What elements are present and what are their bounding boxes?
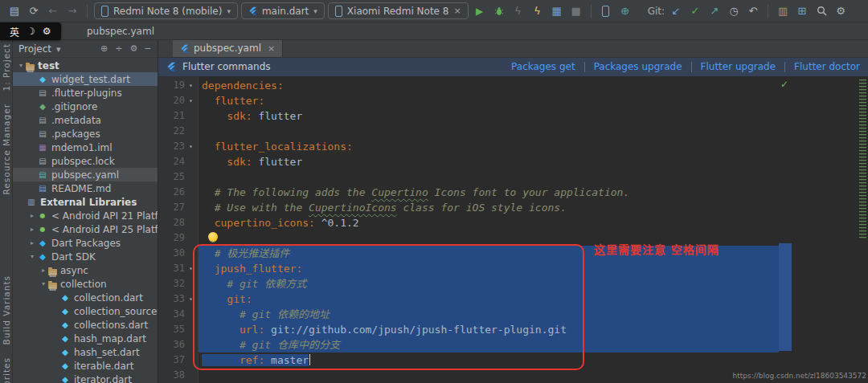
banner-action-flutter-upgrade[interactable]: Flutter upgrade xyxy=(701,61,776,72)
code-editor[interactable]: 19▾20▾212223▾2425262728293031▾3233▾34353… xyxy=(158,76,868,383)
toolbox-icon[interactable]: ▥ xyxy=(775,3,791,19)
code-line-33[interactable]: git: xyxy=(199,291,779,307)
git-push-icon[interactable]: ↗ xyxy=(706,3,723,19)
expanded-arrow-icon[interactable]: ▾ xyxy=(39,280,48,287)
collapsed-arrow-icon[interactable]: ▸ xyxy=(27,212,37,219)
code-line-23[interactable]: flutter_localizations: xyxy=(199,139,779,154)
code-line-26[interactable]: # The following adds the Cupertino Icons… xyxy=(199,185,779,200)
device-inspector-dropdown[interactable]: Xiaomi Redmi Note 8 × xyxy=(328,2,469,19)
fold-marker-icon[interactable]: ▾ xyxy=(189,78,198,93)
tree-item-external-libraries[interactable]: ▥External Libraries xyxy=(13,195,158,209)
debug-button[interactable] xyxy=(491,3,507,19)
fold-marker-icon[interactable]: ▾ xyxy=(189,291,198,307)
layout-icon[interactable]: ⊞ xyxy=(794,3,810,19)
fold-marker-icon[interactable]: ▾ xyxy=(189,261,198,276)
scrollbar-rail[interactable]: ✓ xyxy=(779,76,792,383)
code-line-22[interactable] xyxy=(199,124,779,139)
minimap[interactable] xyxy=(792,76,868,383)
tree-item-mdemo1-iml[interactable]: ▦mdemo1.iml xyxy=(13,141,158,154)
tool-window-button-favorites[interactable]: Favorites xyxy=(2,357,11,383)
device-manager-icon[interactable] xyxy=(598,3,614,19)
code-line-27[interactable]: # Use with the CupertinoIcons class for … xyxy=(199,200,779,215)
ime-toolbar[interactable]: 英 ☽ ⚙ xyxy=(0,22,61,40)
tree-item-collection-sources[interactable]: ◆collection_sources. xyxy=(13,304,158,318)
run-config-dropdown[interactable]: main.dart ▾ xyxy=(241,2,325,19)
tree-item-android-api-21-platform[interactable]: ▸●< Android API 21 Platform xyxy=(13,209,158,222)
tree-item-pubspec-lock[interactable]: ▤pubspec.lock xyxy=(13,154,158,168)
ime-language-indicator[interactable]: 英 xyxy=(10,25,19,39)
code-line-31[interactable]: jpush_flutter: xyxy=(199,261,779,276)
tree-item-flutter-plugins[interactable]: ▤.flutter-plugins xyxy=(13,86,158,100)
code-line-38[interactable] xyxy=(199,368,779,383)
code-line-37[interactable]: ref: master xyxy=(199,352,779,368)
tree-item-collections-dart[interactable]: ◆collections.dart xyxy=(13,318,158,332)
save-all-icon[interactable]: ▤ xyxy=(6,3,23,19)
collapsed-arrow-icon[interactable]: ▸ xyxy=(27,239,37,247)
tool-window-button-build-variants[interactable]: Build Variants xyxy=(2,275,11,344)
forward-icon[interactable]: → xyxy=(64,3,80,19)
tree-item-test[interactable]: ▾▤test xyxy=(13,59,158,72)
code-line-32[interactable]: # git 依赖方式 xyxy=(199,276,779,291)
code-line-34[interactable]: # git 依赖的地址 xyxy=(199,307,779,322)
code-line-19[interactable]: dependencies: xyxy=(199,78,779,93)
tree-item-readme-md[interactable]: ▤README.md xyxy=(13,181,158,195)
panel-settings-icon[interactable]: ⚙ xyxy=(129,43,140,54)
ime-gear-icon[interactable]: ⚙ xyxy=(43,26,51,37)
tree-item-android-api-25-platform[interactable]: ▸●< Android API 25 Platform xyxy=(13,222,158,236)
code-line-36[interactable]: # git 仓库中的分支 xyxy=(199,337,779,352)
tool-window-button-1-project[interactable]: 1: Project xyxy=(2,43,11,91)
flutter-attach-icon[interactable]: ϟ xyxy=(510,3,526,19)
tree-item-dart-sdk[interactable]: ▾◆Dart SDK xyxy=(13,250,158,263)
code-line-25[interactable] xyxy=(199,169,779,185)
expanded-arrow-icon[interactable]: ▾ xyxy=(16,62,26,69)
code-line-20[interactable]: flutter: xyxy=(199,93,779,108)
tree-item-hash-map-dart[interactable]: ◆hash_map.dart xyxy=(13,332,158,345)
tree-item-async[interactable]: ▸▤async xyxy=(13,263,158,277)
git-commit-icon[interactable]: ✓ xyxy=(687,3,703,19)
tree-item-pubspec-yaml[interactable]: ▤pubspec.yaml xyxy=(13,168,158,181)
device-selector-dropdown[interactable]: Redmi Note 8 (mobile) ▾ xyxy=(94,2,238,19)
banner-action-flutter-doctor[interactable]: Flutter doctor xyxy=(794,61,860,72)
tree-item-collection[interactable]: ▾▤collection xyxy=(13,277,158,291)
tool-window-button-resource-manager[interactable]: Resource Manager xyxy=(2,104,11,195)
settings-gear-icon[interactable]: ⚙ xyxy=(833,3,849,19)
project-view-selector[interactable]: Project ▾ xyxy=(18,43,62,55)
tree-item-hash-set-dart[interactable]: ◆hash_set.dart xyxy=(13,345,158,359)
code-line-35[interactable]: url: git://github.com/jpush/jpush-flutte… xyxy=(199,322,779,337)
add-device-icon[interactable]: ⊕ xyxy=(617,3,633,19)
git-update-icon[interactable]: ↙ xyxy=(668,3,684,19)
tree-item-collection-dart[interactable]: ◆collection.dart xyxy=(13,291,158,304)
history-icon[interactable]: ◷ xyxy=(726,3,742,19)
collapse-all-icon[interactable]: ÷ xyxy=(113,43,124,54)
fold-marker-icon[interactable]: ▾ xyxy=(189,93,198,108)
banner-action-packages-upgrade[interactable]: Packages upgrade xyxy=(594,61,682,72)
code-line-28[interactable]: cupertino_icons: ^0.1.2 xyxy=(199,215,779,230)
back-icon[interactable]: ← xyxy=(45,3,61,19)
devtools-icon[interactable]: ▦ xyxy=(549,3,565,19)
collapsed-arrow-icon[interactable]: ▸ xyxy=(27,226,37,233)
search-icon[interactable] xyxy=(813,3,829,19)
sync-icon[interactable]: ⟳ xyxy=(26,3,42,19)
moon-icon[interactable]: ☽ xyxy=(27,26,35,37)
close-icon[interactable]: × xyxy=(453,6,461,16)
hide-panel-icon[interactable]: ─ xyxy=(143,43,152,54)
tree-item-metadata[interactable]: ▤.metadata xyxy=(13,113,158,127)
locate-file-icon[interactable]: ⊕ xyxy=(99,43,109,54)
fold-marker-icon[interactable]: ▾ xyxy=(189,139,198,154)
tree-item-widget-test-dart[interactable]: ◆widget_test.dart xyxy=(13,72,158,86)
tree-item-iterable-dart[interactable]: ◆iterable.dart xyxy=(13,359,158,373)
code-line-21[interactable]: sdk: flutter xyxy=(199,108,779,124)
breadcrumb[interactable]: pubspec.yaml xyxy=(87,26,154,37)
tab-pubspec-yaml[interactable]: pubspec.yaml × xyxy=(173,40,283,57)
hot-reload-icon[interactable]: ϟ xyxy=(530,3,546,19)
stop-icon[interactable]: ■ xyxy=(568,3,584,19)
expanded-arrow-icon[interactable]: ▾ xyxy=(27,253,37,260)
tree-item-iterator-dart[interactable]: ◆iterator.dart xyxy=(13,373,158,383)
run-button[interactable]: ▶ xyxy=(472,3,488,19)
tree-item-gitignore[interactable]: ◆.gitignore xyxy=(13,100,158,113)
tree-item-dart-packages[interactable]: ▸◆Dart Packages xyxy=(13,236,158,250)
collapsed-arrow-icon[interactable]: ▸ xyxy=(39,267,48,274)
tree-item-packages[interactable]: ▤.packages xyxy=(13,127,158,141)
close-tab-icon[interactable]: × xyxy=(268,43,275,54)
code-line-24[interactable]: sdk: flutter xyxy=(199,154,779,169)
